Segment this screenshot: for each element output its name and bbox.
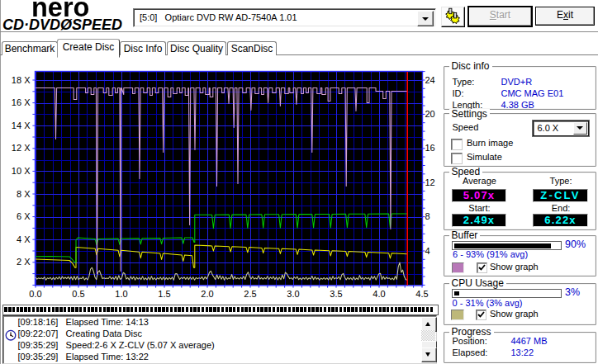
svg-text:2 X: 2 X [17, 257, 31, 267]
svg-text:16 X: 16 X [12, 97, 31, 107]
svg-text:4.5: 4.5 [415, 289, 428, 299]
svg-text:24: 24 [425, 75, 435, 85]
svg-text:6 X: 6 X [17, 211, 31, 221]
svg-text:18 X: 18 X [12, 75, 31, 85]
svg-text:10 X: 10 X [12, 166, 31, 176]
svg-text:2.0: 2.0 [201, 289, 213, 299]
svg-text:4: 4 [425, 246, 430, 256]
svg-text:1.0: 1.0 [115, 289, 127, 299]
svg-text:3.5: 3.5 [330, 289, 342, 299]
svg-text:12 X: 12 X [12, 143, 31, 153]
svg-text:0.5: 0.5 [72, 289, 84, 299]
svg-text:2.5: 2.5 [244, 289, 256, 299]
svg-text:8 X: 8 X [17, 189, 31, 199]
svg-text:0.0: 0.0 [29, 289, 41, 299]
svg-text:8: 8 [425, 211, 430, 221]
svg-text:16: 16 [425, 143, 435, 153]
svg-text:3.0: 3.0 [287, 289, 299, 299]
svg-text:4.0: 4.0 [373, 289, 385, 299]
svg-text:4 X: 4 X [17, 234, 31, 244]
svg-text:1.5: 1.5 [158, 289, 170, 299]
svg-text:20: 20 [425, 109, 435, 119]
svg-text:12: 12 [425, 177, 435, 187]
svg-text:14 X: 14 X [12, 121, 31, 130]
